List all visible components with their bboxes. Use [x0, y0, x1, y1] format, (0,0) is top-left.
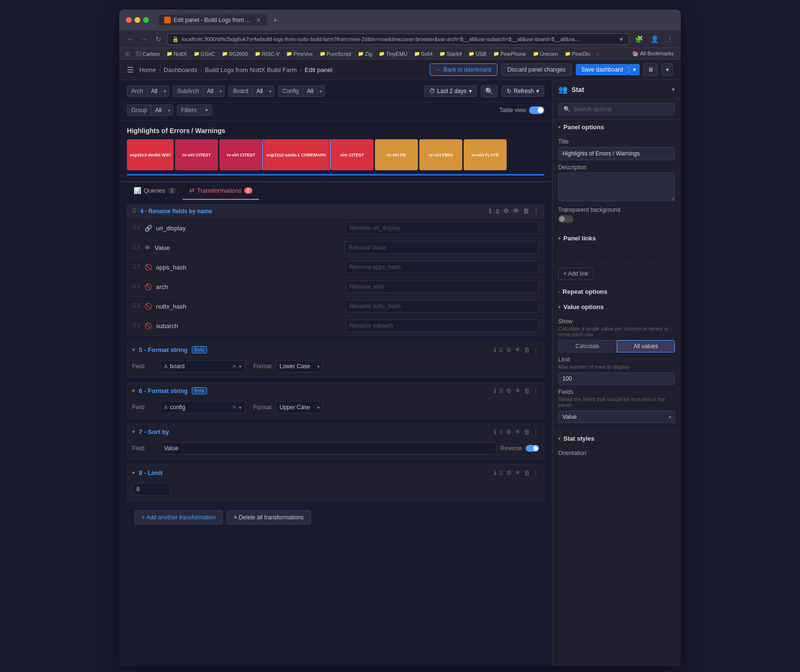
stat-card-6[interactable]: rv-virt FB64 — [419, 139, 462, 170]
step7-filter-icon[interactable]: ⧖ — [499, 428, 503, 435]
all-values-button[interactable]: All values — [617, 340, 675, 352]
bm-0x64[interactable]: 📁0x64 — [413, 51, 434, 57]
step8-filter-icon[interactable]: ⧖ — [499, 469, 503, 476]
step8-info-icon[interactable]: ℹ — [494, 469, 496, 476]
step5-clear-icon[interactable]: ✕ — [232, 363, 237, 370]
bm-tinyemu[interactable]: 📁TinyEMU — [377, 51, 409, 57]
rename-input-apps_hash[interactable] — [345, 261, 540, 273]
step6-field-selector[interactable]: A config ✕ ▾ — [160, 401, 246, 414]
stat-card-0[interactable]: esp32c3-devkit WiFi — [127, 139, 174, 170]
step8-title[interactable]: 8 - Limit — [139, 469, 163, 476]
filters-add[interactable]: Filters + — [177, 104, 213, 116]
value-options-header[interactable]: ▾ Value options — [552, 300, 681, 314]
stat-styles-header[interactable]: ▾ Stat styles — [552, 431, 681, 446]
step8-delete-icon[interactable]: 🗑 — [524, 469, 530, 476]
save-dashboard-dropdown[interactable]: ▾ — [629, 64, 640, 75]
maximize-dot[interactable] — [143, 17, 149, 23]
board-value[interactable]: All — [252, 86, 266, 96]
panel-title-input[interactable] — [558, 147, 675, 160]
config-value[interactable]: All — [303, 86, 317, 96]
fields-select[interactable]: Value — [558, 411, 675, 423]
step6-eye-icon[interactable]: 👁 — [515, 387, 521, 394]
step7-title[interactable]: 7 - Sort by — [139, 428, 169, 435]
search-options-input[interactable] — [573, 106, 670, 113]
step7-field-select[interactable]: Value — [160, 442, 497, 455]
step5-field-selector[interactable]: A board ✕ ▾ — [160, 360, 246, 372]
arch-filter[interactable]: Arch All ▾ — [127, 85, 169, 97]
step5-info-icon[interactable]: ℹ — [494, 346, 496, 353]
more-options-button[interactable]: ▾ — [662, 63, 673, 76]
step6-title[interactable]: 6 - Format string — [139, 387, 188, 394]
step5-title[interactable]: 5 - Format string — [139, 346, 188, 353]
bm-pinephone[interactable]: 📁PinePhone — [492, 51, 528, 57]
repeat-options-header[interactable]: › Repeat options — [552, 284, 681, 299]
tab-close-icon[interactable]: ✕ — [256, 17, 261, 23]
bm-carbon[interactable]: ⬛Carbon — [134, 51, 161, 57]
bm-pinedio[interactable]: 📁PineDio — [563, 51, 592, 57]
step5-eye-icon[interactable]: 👁 — [515, 346, 521, 353]
table-view-switch[interactable] — [529, 106, 544, 114]
browser-tab[interactable]: Edit panel - Build Logs from ... ✕ — [158, 14, 267, 26]
step6-info-icon[interactable]: ℹ — [494, 387, 496, 394]
rename-info-icon[interactable]: ℹ — [489, 207, 491, 215]
rename-input-arch[interactable] — [345, 280, 540, 293]
step6-format-select[interactable]: Lower Case Upper Case Title Case — [275, 401, 322, 414]
url-bar[interactable]: 🔒 localhost:3000/d/fe2bqg6uk7nr4a/build-… — [167, 33, 629, 45]
step6-settings-icon[interactable]: ⚙ — [506, 387, 512, 394]
config-filter[interactable]: Config All ▾ — [278, 85, 325, 97]
step8-more-icon[interactable]: ⋮ — [533, 469, 539, 476]
back-button[interactable]: ← — [125, 34, 135, 44]
bm-unicorn[interactable]: 📁Unicorn — [531, 51, 560, 57]
subarch-value[interactable]: All — [203, 86, 217, 96]
step5-delete-icon[interactable]: 🗑 — [524, 346, 530, 353]
step6-chevron-icon[interactable]: ▾ — [132, 388, 135, 394]
rename-input-nuttx_hash[interactable] — [345, 300, 540, 312]
display-button[interactable]: 🖥 — [644, 63, 658, 76]
step8-eye-icon[interactable]: 👁 — [515, 469, 521, 476]
minimize-dot[interactable] — [135, 17, 140, 23]
step5-more-icon[interactable]: ⋮ — [533, 346, 539, 353]
step7-more-icon[interactable]: ⋮ — [533, 428, 539, 435]
step6-more-icon[interactable]: ⋮ — [533, 387, 539, 394]
stat-card-2[interactable]: rv-virt CITEST — [219, 139, 262, 170]
menu-button[interactable]: ⋮ — [665, 34, 675, 44]
step8-limit-input[interactable] — [132, 483, 170, 496]
refresh-button[interactable]: ↻ Refresh ▾ — [501, 85, 544, 97]
stat-card-4[interactable]: sim CITEST — [331, 139, 374, 170]
arch-value[interactable]: All — [147, 86, 161, 96]
panel-links-header[interactable]: ▾ Panel links — [552, 231, 681, 246]
board-filter[interactable]: Board All ▾ — [229, 85, 274, 97]
delete-all-transformations-button[interactable]: × Delete all transformations — [227, 510, 311, 525]
add-link-button[interactable]: + Add link — [558, 268, 593, 280]
tab-transformations[interactable]: ⇄ Transformations 8 — [183, 182, 259, 200]
tab-queries[interactable]: 📊 Queries 1 — [127, 182, 183, 200]
step7-delete-icon[interactable]: 🗑 — [524, 428, 530, 435]
profile-button[interactable]: 👤 — [649, 34, 661, 44]
step7-info-icon[interactable]: ℹ — [494, 428, 496, 435]
breadcrumb-dashboards[interactable]: Dashboards — [164, 66, 197, 73]
bm-sg2000[interactable]: 📁SG2000 — [220, 51, 249, 57]
step7-eye-icon[interactable]: 👁 — [515, 428, 521, 435]
step8-chevron-icon[interactable]: ▾ — [132, 470, 135, 476]
reload-button[interactable]: ↻ — [154, 34, 163, 44]
rename-input-value[interactable] — [344, 241, 539, 254]
back-to-dashboard-button[interactable]: ← Back to dashboard — [430, 63, 497, 76]
step6-field-chevron-icon[interactable]: ▾ — [239, 405, 241, 410]
step6-clear-icon[interactable]: ✕ — [232, 404, 237, 411]
step6-delete-icon[interactable]: 🗑 — [524, 387, 530, 394]
rename-filter-icon[interactable]: ⧖ — [495, 207, 499, 215]
rename-settings-icon[interactable]: ⚙ — [503, 207, 509, 215]
step6-filter-icon[interactable]: ⧖ — [499, 387, 503, 394]
step8-settings-icon[interactable]: ⚙ — [506, 469, 512, 476]
step5-field-chevron-icon[interactable]: ▾ — [239, 364, 241, 369]
transparent-bg-toggle[interactable] — [558, 215, 573, 223]
description-textarea[interactable] — [558, 173, 675, 201]
stat-card-5[interactable]: rv-virt FB — [375, 139, 418, 170]
bm-zig[interactable]: 📁Zig — [356, 51, 374, 57]
limit-number-input[interactable] — [558, 372, 675, 385]
discard-changes-button[interactable]: Discard panel changes — [501, 63, 572, 76]
bm-usb[interactable]: 📁USB — [467, 51, 488, 57]
rename-input-subarch[interactable] — [345, 320, 540, 332]
stat-card-7[interactable]: rv-virt FLATS — [464, 139, 507, 170]
stat-card-3[interactable]: esp32s2-saola-1 COREMARK — [264, 139, 329, 170]
